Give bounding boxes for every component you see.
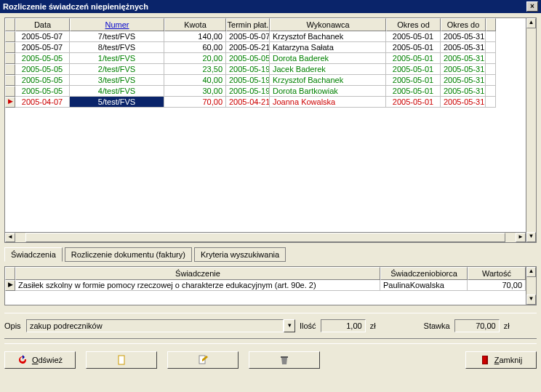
dg-col-wartosc[interactable]: Wartość [468, 267, 526, 280]
cell-data: 2005-05-05 [15, 53, 70, 64]
svg-rect-0 [119, 356, 124, 364]
col-numer[interactable]: Numer [70, 18, 164, 31]
hscrollbar[interactable]: ◄ ► [5, 232, 526, 242]
cell-tail [486, 31, 496, 42]
cell-termin: 2005-05-19 [226, 86, 270, 97]
window-title: Rozliczenie świadczeń niepieniężnych [3, 0, 148, 13]
cell-numer: 3/test/FVS [70, 75, 164, 86]
dg-col-swiadczenie[interactable]: Świadczenie [15, 267, 380, 280]
refresh-button[interactable]: OOdświeżdśwież [4, 351, 76, 369]
detail-scroll-up-icon[interactable]: ▲ [526, 267, 536, 277]
edit-button[interactable] [167, 351, 239, 369]
cell-tail [486, 86, 496, 97]
table-row[interactable]: 2005-05-078/test/FVS60,002005-05-21Katar… [5, 42, 526, 53]
scroll-up-icon[interactable]: ▲ [526, 18, 536, 28]
cell-termin: 2005-04-21 [226, 97, 270, 108]
cell-wykonawca: Krzysztof Bachanek [270, 31, 386, 42]
stawka-field[interactable]: 70,00 [454, 319, 500, 332]
svg-rect-2 [281, 356, 288, 358]
grid-corner [5, 18, 15, 31]
cell-numer: 7/test/FVS [70, 31, 164, 42]
col-okres-do[interactable]: Okres do [441, 18, 486, 31]
cell-okres-do: 2005-05-31 [441, 31, 486, 42]
detail-vscrollbar[interactable]: ▲ ▼ [526, 267, 536, 305]
close-icon[interactable]: × [526, 1, 538, 12]
cell-okres-od: 2005-05-01 [386, 31, 441, 42]
table-row[interactable]: 2005-05-051/test/FVS20,002005-05-05Dorot… [5, 53, 526, 64]
cell-data: 2005-05-05 [15, 64, 70, 75]
table-row[interactable]: 2005-05-053/test/FVS40,002005-05-19Krzys… [5, 75, 526, 86]
row-marker-icon [5, 42, 15, 53]
vscroll-track[interactable] [526, 28, 536, 232]
row-marker-icon [5, 53, 15, 64]
row-marker-icon [5, 75, 15, 86]
table-row[interactable]: 2005-05-052/test/FVS23,502005-05-19Jacek… [5, 64, 526, 75]
detail-row-marker-icon: ▶ [5, 280, 15, 291]
cell-wykonawca: Krzysztof Bachanek [270, 75, 386, 86]
cell-tail [486, 75, 496, 86]
cell-okres-od: 2005-05-01 [386, 42, 441, 53]
stawka-unit-label: zł [504, 321, 510, 330]
detail-scroll-down-icon[interactable]: ▼ [526, 295, 536, 305]
table-row[interactable]: ▶2005-04-075/test/FVS70,002005-04-21Joan… [5, 97, 526, 108]
scroll-down-icon[interactable]: ▼ [526, 232, 536, 242]
table-row[interactable]: 2005-05-054/test/FVS30,002005-05-19Dorot… [5, 86, 526, 97]
cell-kwota: 30,00 [164, 86, 226, 97]
vscrollbar[interactable]: ▲ ▼ [526, 18, 536, 242]
cell-kwota: 20,00 [164, 53, 226, 64]
dg-col-biorca[interactable]: Świadczeniobiorca [380, 267, 468, 280]
cell-kwota: 60,00 [164, 42, 226, 53]
tab-kryteria[interactable]: Kryteria wyszukiwania [194, 247, 286, 262]
col-data[interactable]: Data [15, 18, 70, 31]
ilosc-label: Ilość [300, 321, 316, 330]
cell-numer: 4/test/FVS [70, 86, 164, 97]
hscroll-track[interactable] [25, 233, 505, 242]
cell-wykonawca: Joanna Kowalska [270, 97, 386, 108]
cell-termin: 2005-05-07 [226, 31, 270, 42]
cell-wykonawca: Katarzyna Sałata [270, 42, 386, 53]
tab-swiadczenia[interactable]: Świadczenia [4, 247, 63, 262]
table-row[interactable]: 2005-05-077/test/FVS140,002005-05-07Krzy… [5, 31, 526, 42]
detail-row[interactable]: ▶ Zasiłek szkolny w formie pomocy rzeczo… [5, 280, 526, 291]
cell-data: 2005-04-07 [15, 97, 70, 108]
cell-numer: 2/test/FVS [70, 64, 164, 75]
new-button[interactable] [86, 351, 157, 369]
col-kwota[interactable]: Kwota [164, 18, 226, 31]
close-button[interactable]: ZamknijZamknij [465, 351, 537, 369]
title-bar: Rozliczenie świadczeń niepieniężnych × [0, 0, 541, 13]
col-wykonawca[interactable]: Wykonawca [270, 18, 386, 31]
cell-tail [486, 97, 496, 108]
button-bar: OOdświeżdśwież ZamknijZamknij [4, 343, 537, 369]
col-tail [486, 18, 496, 31]
refresh-button-label: OOdświeżdśwież [32, 356, 63, 364]
scroll-left-icon[interactable]: ◄ [5, 233, 15, 242]
col-termin[interactable]: Termin płat. [226, 18, 270, 31]
cell-kwota: 40,00 [164, 75, 226, 86]
unit-label: zł [370, 321, 376, 330]
cell-termin: 2005-05-19 [226, 64, 270, 75]
cell-kwota: 70,00 [164, 97, 226, 108]
ilosc-field[interactable]: 1,00 [321, 319, 366, 332]
cell-termin: 2005-05-05 [226, 53, 270, 64]
cell-okres-do: 2005-05-31 [441, 97, 486, 108]
cell-kwota: 23,50 [164, 64, 226, 75]
cell-okres-do: 2005-05-31 [441, 75, 486, 86]
edit-document-icon [198, 355, 208, 365]
cell-wykonawca: Jacek Baderek [270, 64, 386, 75]
opis-dropdown-icon[interactable]: ▾ [284, 319, 295, 332]
scroll-right-icon[interactable]: ► [516, 233, 526, 242]
trash-icon [279, 355, 289, 365]
cell-tail [486, 64, 496, 75]
grid-body[interactable]: 2005-05-077/test/FVS140,002005-05-07Krzy… [5, 31, 526, 232]
opis-field[interactable]: zakup podreczników [26, 319, 284, 332]
cell-termin: 2005-05-19 [226, 75, 270, 86]
col-okres-od[interactable]: Okres od [386, 18, 441, 31]
delete-button[interactable] [249, 351, 320, 369]
detail-wartosc: 70,00 [468, 280, 526, 291]
close-button-label: ZamknijZamknij [494, 356, 523, 364]
refresh-icon [17, 355, 28, 365]
cell-okres-od: 2005-05-01 [386, 97, 441, 108]
tab-rozliczenie[interactable]: Rozliczenie dokumentu (faktury) [65, 247, 192, 262]
cell-numer: 5/test/FVS [70, 97, 164, 108]
cell-data: 2005-05-05 [15, 75, 70, 86]
